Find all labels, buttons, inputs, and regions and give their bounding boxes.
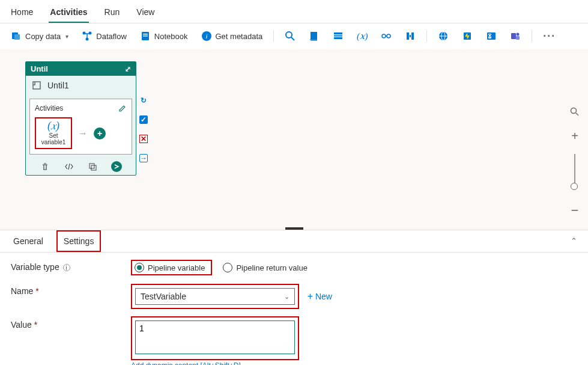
info-icon[interactable]: i (63, 264, 70, 271)
add-dynamic-content-link[interactable]: Add dynamic content [Alt+Shift+D] (131, 361, 299, 365)
chevron-down-icon: ▾ (65, 33, 68, 40)
outlook-icon: O (486, 31, 497, 41)
node-title: Until1 (47, 81, 69, 90)
toolbar-separator (532, 30, 532, 42)
failure-connector-icon[interactable]: ✕ (139, 135, 148, 143)
clone-icon[interactable] (87, 161, 98, 172)
dataflow-button[interactable]: Dataflow (77, 28, 132, 44)
svg-rect-12 (334, 32, 342, 34)
svg-rect-14 (334, 37, 342, 39)
expand-icon[interactable]: ⤢ (125, 65, 131, 73)
more-button[interactable]: ··· (538, 30, 560, 43)
dataflow-label: Dataflow (96, 32, 127, 41)
menu-home[interactable]: Home (10, 4, 34, 23)
svg-rect-30 (89, 164, 94, 168)
zoom-slider-knob[interactable] (571, 183, 578, 190)
tab-settings[interactable]: Settings (56, 230, 102, 252)
svg-rect-18 (411, 32, 414, 40)
menu-run[interactable]: Run (103, 4, 121, 23)
svg-text:O: O (488, 34, 492, 38)
azure-function-button[interactable] (457, 28, 477, 44)
outlook-button[interactable]: O (481, 28, 502, 44)
code-icon[interactable] (64, 161, 74, 172)
copy-data-button[interactable]: Copy data ▾ (6, 28, 73, 44)
radio-icon (223, 263, 232, 272)
radio-pipeline-variable[interactable]: Pipeline variable (131, 260, 212, 275)
table-icon (333, 31, 344, 41)
svg-rect-13 (334, 35, 342, 37)
svg-rect-17 (407, 32, 409, 40)
run-icon[interactable] (111, 161, 122, 172)
name-value: TestVariable (141, 292, 186, 301)
until-node[interactable]: Until ⤢ Until1 Activities (𝑥) Set variab… (25, 61, 136, 176)
arrow-icon: → (78, 128, 88, 139)
value-label: Value * (11, 317, 131, 330)
filter-icon (405, 31, 416, 41)
svg-point-32 (571, 108, 577, 114)
copy-data-label: Copy data (25, 32, 61, 41)
svg-rect-31 (91, 165, 96, 170)
foreach-icon (381, 31, 392, 41)
menu-view[interactable]: View (135, 4, 156, 23)
new-variable-link[interactable]: New (308, 292, 332, 301)
chevron-down-icon: ⌄ (284, 293, 289, 301)
filter-button[interactable] (400, 28, 420, 44)
get-metadata-button[interactable]: i Get metadata (196, 28, 268, 44)
svg-rect-7 (143, 35, 148, 37)
radio-pipeline-return-value[interactable]: Pipeline return value (223, 263, 308, 272)
notebook-icon (140, 31, 151, 41)
retry-connector-icon[interactable]: ↻ (139, 96, 148, 105)
rail-search-icon[interactable] (566, 103, 583, 120)
loop-icon (32, 81, 41, 90)
svg-point-10 (286, 32, 292, 38)
toolbar-separator (273, 30, 274, 42)
lookup-button[interactable] (280, 28, 300, 44)
get-metadata-label: Get metadata (216, 32, 263, 41)
zoom-out-button[interactable]: − (566, 202, 583, 219)
name-select[interactable]: TestVariable ⌄ (135, 288, 295, 305)
svg-rect-19 (410, 35, 411, 37)
variable-type-label: Variable type i (11, 260, 131, 272)
svg-point-16 (387, 34, 390, 38)
zoom-slider[interactable] (574, 154, 575, 190)
add-activity-button[interactable]: + (94, 127, 106, 140)
stored-proc-button[interactable] (328, 28, 348, 44)
svg-rect-6 (143, 34, 148, 35)
copy-data-icon (11, 31, 22, 41)
script-icon (309, 31, 320, 41)
svg-rect-11 (311, 32, 317, 40)
skip-connector-icon[interactable]: → (139, 154, 148, 162)
svg-point-15 (382, 34, 386, 38)
teams-button[interactable] (505, 28, 526, 44)
tab-general[interactable]: General (11, 230, 46, 252)
radio-icon (135, 263, 144, 272)
search-icon (285, 31, 296, 41)
svg-rect-29 (33, 82, 40, 89)
variable-icon: (𝑥) (41, 120, 66, 132)
svg-point-27 (517, 33, 520, 36)
node-header-label: Until (31, 64, 48, 73)
variable-icon: (𝑥) (357, 31, 368, 41)
name-label: Name * (11, 284, 131, 296)
function-icon (462, 31, 473, 41)
zoom-in-button[interactable]: + (566, 127, 583, 144)
edit-icon[interactable] (118, 104, 127, 112)
web-button[interactable] (433, 28, 453, 44)
value-input[interactable] (135, 321, 295, 354)
delete-icon[interactable] (40, 161, 50, 172)
success-connector-icon[interactable]: ✓ (139, 115, 148, 124)
svg-rect-28 (516, 36, 520, 40)
svg-rect-1 (14, 34, 20, 40)
collapse-panel-icon[interactable]: ⌃ (571, 236, 577, 245)
toolbar-separator (426, 30, 427, 42)
set-variable-activity[interactable]: (𝑥) Set variable1 (35, 117, 72, 149)
pipeline-canvas[interactable]: Until ⤢ Until1 Activities (𝑥) Set variab… (0, 49, 588, 230)
foreach-button[interactable] (376, 28, 396, 44)
script-button[interactable] (304, 28, 324, 44)
menu-activities[interactable]: Activities (49, 4, 88, 23)
dataflow-icon (82, 31, 92, 41)
set-variable-button[interactable]: (𝑥) (352, 28, 372, 44)
svg-text:i: i (205, 32, 207, 40)
radio-label: Pipeline return value (236, 263, 308, 272)
notebook-button[interactable]: Notebook (135, 28, 193, 44)
